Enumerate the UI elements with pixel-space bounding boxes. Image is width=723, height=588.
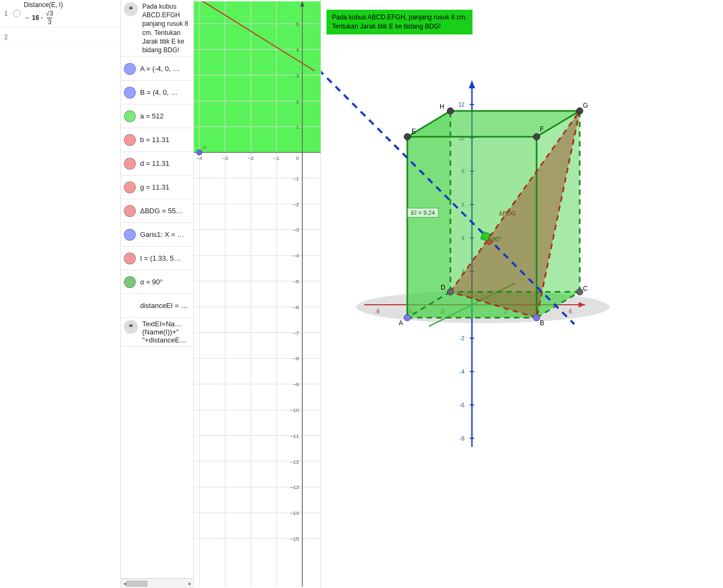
svg-point-107 [576, 289, 583, 295]
step-radio[interactable] [13, 10, 20, 17]
step-expression: Distance(E, I) [24, 1, 118, 9]
svg-point-106 [533, 314, 540, 321]
svg-text:–3: –3 [293, 227, 300, 233]
svg-text:5: 5 [296, 21, 300, 27]
algebra-row[interactable]: I = (1.33, 5… [121, 247, 193, 270]
svg-text:-4: -4 [460, 369, 464, 375]
object-color-icon[interactable] [124, 181, 136, 193]
step-row-1[interactable]: 1 Distance(E, I) → 16 · √3 3 [0, 0, 120, 27]
svg-text:–13: –13 [290, 484, 300, 490]
algebra-list[interactable]: ❝ Pada kubus ABCD.EFGH panjang rusuk 8 c… [121, 0, 193, 578]
scroll-right-icon[interactable]: ▸ [186, 579, 193, 588]
algebra-row[interactable]: a = 512 [121, 104, 193, 128]
graphics-2d-view[interactable]: A –4 –3 –2 –1 0 –15–14–13–12–11–10–9–8–7… [194, 0, 321, 588]
step-number: 1 [2, 10, 10, 17]
algebra-text-row[interactable]: ❝ Pada kubus ABCD.EFGH panjang rusuk 8 c… [121, 0, 193, 57]
svg-text:3: 3 [296, 73, 300, 79]
algebra-label: Garis1: X = … [140, 230, 184, 239]
svg-text:C: C [583, 285, 588, 292]
problem-line-2: Tentukan Jarak titik E ke bidang BDG! [332, 22, 467, 31]
quote-icon: ❝ [124, 320, 138, 334]
algebra-label: α = 90° [140, 278, 163, 286]
step-fraction: √3 3 [45, 10, 54, 26]
algebra-row[interactable]: ΔBDG = 55… [121, 199, 193, 223]
algebra-row[interactable]: d = 11.31 [121, 152, 193, 176]
step-result-prefix: → 16 · [24, 14, 43, 22]
svg-text:1: 1 [296, 124, 300, 130]
algebra-row[interactable]: g = 11.31 [121, 176, 193, 199]
algebra-label: A = (-4, 0, … [140, 65, 179, 73]
algebra-text-row-2[interactable]: ❝ TextEI=Na…(Name(I))+" "+distanceE… [121, 318, 193, 347]
svg-text:–2: –2 [248, 155, 254, 161]
svg-text:–12: –12 [290, 459, 300, 465]
svg-text:–1: –1 [274, 155, 280, 161]
svg-point-110 [533, 134, 540, 140]
algebra-row[interactable]: Garis1: X = … [121, 223, 193, 247]
svg-text:–7: –7 [293, 330, 300, 336]
svg-text:–10: –10 [290, 407, 300, 413]
object-color-icon[interactable] [124, 63, 136, 75]
svg-text:12: 12 [458, 102, 465, 108]
svg-text:-2: -2 [460, 335, 464, 341]
algebra-text-2: TextEI=Na…(Name(I))+" "+distanceE… [142, 320, 190, 344]
algebra-row[interactable]: A = (-4, 0, … [121, 57, 193, 81]
svg-text:E: E [412, 128, 416, 135]
object-color-icon[interactable] [124, 134, 136, 146]
svg-text:–5: –5 [293, 278, 300, 284]
svg-point-112 [447, 108, 454, 114]
algebra-row[interactable]: B = (4, 0, … [121, 81, 193, 104]
svg-text:-8: -8 [460, 436, 464, 442]
algebra-label: ΔBDG = 55… [140, 207, 183, 215]
object-color-icon[interactable] [124, 87, 136, 99]
object-color-icon[interactable] [124, 110, 136, 122]
svg-point-109 [404, 134, 411, 140]
problem-text-box: Pada kubus ABCD.EFGH, panjang rusuk 8 cm… [326, 10, 472, 34]
svg-marker-71 [469, 81, 475, 88]
algebra-row[interactable]: α = 90° [121, 270, 193, 294]
svg-text:6: 6 [296, 0, 300, 1]
graphics-3d-view[interactable]: Pada kubus ABCD.EFGH, panjang rusuk 8 cm… [321, 0, 723, 588]
svg-text:A: A [399, 319, 403, 327]
svg-text:–6: –6 [293, 304, 300, 310]
svg-point-111 [576, 108, 583, 114]
object-color-icon[interactable] [124, 253, 136, 264]
svg-text:–14: –14 [290, 510, 300, 516]
problem-line-1: Pada kubus ABCD.EFGH, panjang rusuk 8 cm… [332, 13, 467, 22]
algebra-label: a = 512 [140, 112, 164, 120]
svg-text:D: D [441, 284, 446, 291]
object-color-icon[interactable] [124, 205, 136, 217]
svg-text:–9: –9 [293, 381, 300, 387]
algebra-label: B = (4, 0, … [140, 88, 178, 96]
object-color-icon[interactable] [124, 158, 136, 170]
algebra-panel: ❝ Pada kubus ABCD.EFGH panjang rusuk 8 c… [121, 0, 194, 588]
svg-text:–11: –11 [290, 433, 300, 439]
svg-text:-6: -6 [460, 402, 464, 408]
svg-text:G: G [583, 102, 588, 109]
step-row-2[interactable]: 2 [0, 27, 120, 47]
scroll-thumb[interactable] [126, 580, 148, 587]
bdg-label: ΔBDG [499, 210, 516, 216]
object-color-icon[interactable] [124, 229, 136, 241]
svg-point-108 [447, 289, 454, 295]
algebra-row[interactable]: b = 11.31 [121, 128, 193, 152]
svg-text:6: 6 [569, 309, 572, 314]
svg-text:F: F [540, 125, 544, 133]
svg-text:H: H [440, 103, 444, 110]
angle-label: 90° [492, 236, 502, 242]
algebra-label: g = 11.31 [140, 183, 170, 191]
svg-point-33 [197, 150, 202, 155]
algebra-row-distanceEI[interactable]: distanceEI = … [121, 294, 193, 318]
ei-distance-label: EI = 9.24 [407, 208, 439, 218]
svg-text:0: 0 [296, 155, 300, 161]
svg-text:2: 2 [296, 99, 300, 104]
svg-text:–15: –15 [290, 536, 300, 542]
svg-text:–4: –4 [196, 155, 203, 161]
algebra-label: d = 11.31 [140, 159, 170, 167]
algebra-label: I = (1.33, 5… [140, 254, 181, 262]
svg-text:–2: –2 [293, 201, 300, 207]
algebra-hscrollbar[interactable]: ◂ ▸ [121, 578, 193, 588]
svg-point-105 [404, 314, 411, 321]
object-color-icon[interactable] [124, 276, 136, 288]
quote-icon: ❝ [124, 2, 138, 16]
svg-text:4: 4 [296, 47, 300, 53]
